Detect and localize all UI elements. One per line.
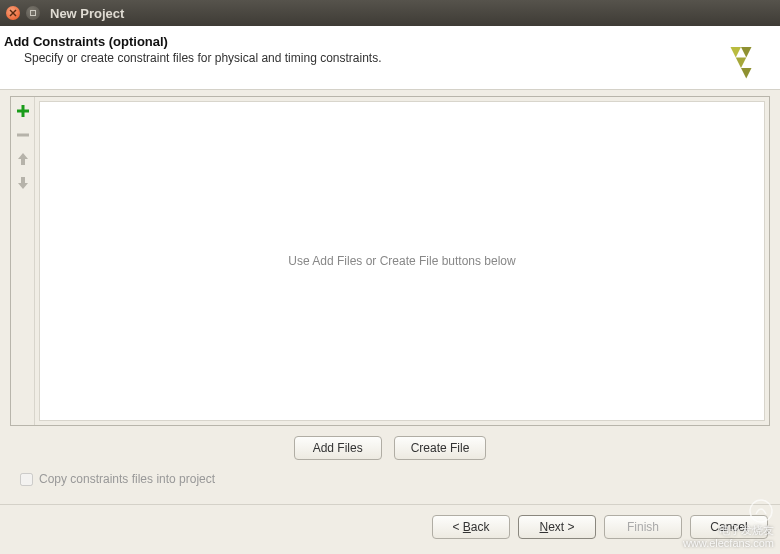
window-title: New Project (50, 6, 124, 21)
add-icon[interactable] (15, 103, 31, 119)
vivado-logo-icon (720, 40, 762, 82)
svg-marker-3 (731, 47, 742, 58)
minimize-window-button[interactable] (26, 6, 40, 20)
move-down-icon[interactable] (15, 175, 31, 191)
svg-marker-10 (18, 153, 28, 165)
file-list: Use Add Files or Create File buttons bel… (39, 101, 765, 421)
header-text: Add Constraints (optional) Specify or cr… (4, 34, 382, 89)
svg-rect-2 (31, 11, 36, 16)
page-title: Add Constraints (optional) (4, 34, 382, 49)
cancel-button[interactable]: Cancel (690, 515, 768, 539)
window-controls (6, 6, 40, 20)
back-button[interactable]: < Back (432, 515, 510, 539)
create-file-button[interactable]: Create File (394, 436, 487, 460)
side-toolbar (11, 97, 35, 425)
svg-rect-9 (17, 134, 29, 137)
svg-marker-6 (741, 68, 752, 79)
copy-constraints-checkbox[interactable] (20, 473, 33, 486)
titlebar: New Project (0, 0, 780, 26)
header-panel: Add Constraints (optional) Specify or cr… (0, 26, 780, 90)
svg-marker-5 (736, 58, 747, 69)
file-list-placeholder: Use Add Files or Create File buttons bel… (288, 254, 515, 268)
main-area: Use Add Files or Create File buttons bel… (0, 90, 780, 498)
svg-marker-11 (18, 177, 28, 189)
remove-icon[interactable] (15, 127, 31, 143)
page-subtitle: Specify or create constraint files for p… (4, 51, 382, 65)
copy-constraints-row: Copy constraints files into project (10, 460, 770, 492)
svg-marker-4 (741, 47, 752, 58)
move-up-icon[interactable] (15, 151, 31, 167)
copy-constraints-label: Copy constraints files into project (39, 472, 215, 486)
finish-button[interactable]: Finish (604, 515, 682, 539)
add-files-button[interactable]: Add Files (294, 436, 382, 460)
footer: < Back Next > Finish Cancel (0, 505, 780, 549)
close-window-button[interactable] (6, 6, 20, 20)
next-button[interactable]: Next > (518, 515, 596, 539)
svg-rect-8 (17, 110, 29, 113)
file-panel: Use Add Files or Create File buttons bel… (10, 96, 770, 426)
mid-buttons: Add Files Create File (10, 436, 770, 460)
